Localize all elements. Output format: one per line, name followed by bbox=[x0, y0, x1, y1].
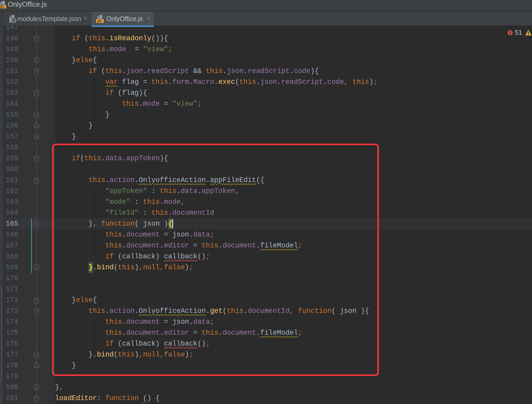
svg-text:JS: JS bbox=[0, 5, 4, 9]
svg-text:JS: JS bbox=[97, 19, 101, 23]
